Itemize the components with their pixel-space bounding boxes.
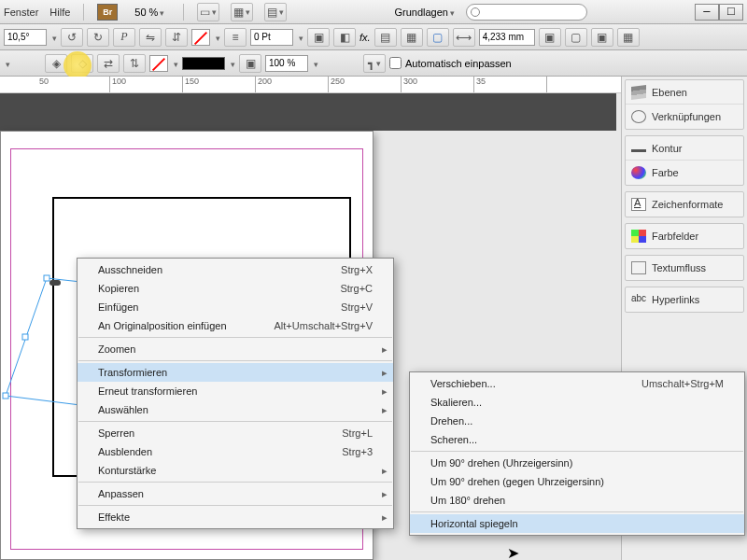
cm-zoom[interactable]: Zoomen xyxy=(78,340,393,358)
ruler-mark: 50 xyxy=(37,77,110,92)
bridge-button[interactable]: Br xyxy=(97,4,118,21)
ruler-mark: 200 xyxy=(256,77,329,92)
fit-content-icon[interactable]: ▣ xyxy=(539,28,561,47)
ruler-mark: 150 xyxy=(183,77,256,92)
sm-scale[interactable]: Skalieren... xyxy=(410,393,744,412)
rotate-ccw-icon[interactable]: ↺ xyxy=(61,28,83,47)
cm-lock[interactable]: SperrenStrg+L xyxy=(78,424,393,442)
ruler-mark: 100 xyxy=(110,77,183,92)
panel-farbe[interactable]: Farbe xyxy=(626,161,743,185)
cm-copy[interactable]: KopierenStrg+C xyxy=(78,279,393,298)
links-icon xyxy=(631,110,646,123)
measure-input[interactable] xyxy=(479,29,535,46)
sm-move[interactable]: Verschieben...Umschalt+Strg+M xyxy=(410,374,744,393)
opacity-dropdown[interactable] xyxy=(312,58,318,69)
link-v-icon[interactable]: ⇅ xyxy=(123,54,146,73)
paragraph-icon[interactable]: P xyxy=(113,28,135,47)
fit-frame-icon[interactable]: ▢ xyxy=(565,28,587,47)
flip-v-icon[interactable]: ⇵ xyxy=(165,28,188,47)
sm-rotate[interactable]: Drehen... xyxy=(410,412,744,430)
separator xyxy=(78,505,392,506)
tutorial-highlight xyxy=(63,51,92,79)
rotate-cw-icon[interactable]: ↻ xyxy=(87,28,109,47)
workspace-switcher[interactable]: Grundlagen xyxy=(394,7,455,18)
cm-paste-in-place[interactable]: An Originalposition einfügenAlt+Umschalt… xyxy=(78,316,393,335)
stroke-weight-input[interactable] xyxy=(250,29,293,46)
panel-kontur[interactable]: Kontur xyxy=(626,136,743,161)
cm-hide[interactable]: AusblendenStrg+3 xyxy=(78,442,393,461)
autofit-label: Automatisch einpassen xyxy=(405,58,512,69)
no-fill-swatch[interactable] xyxy=(191,29,210,46)
layers-icon xyxy=(631,84,646,99)
stroke-weight-dropdown[interactable] xyxy=(297,32,303,43)
menu-fenster[interactable]: Fenster xyxy=(4,7,38,18)
cm-transform[interactable]: Transformieren xyxy=(78,363,393,382)
fill-frame-icon[interactable]: ▦ xyxy=(617,28,640,47)
gradient-icon[interactable]: ◧ xyxy=(333,28,356,47)
sm-shear[interactable]: Scheren... xyxy=(410,430,744,449)
style-dropdown[interactable] xyxy=(4,58,41,69)
stroke-none-swatch[interactable] xyxy=(149,55,168,72)
opacity-icon: ▣ xyxy=(239,54,261,73)
divider xyxy=(83,4,84,21)
search-field[interactable] xyxy=(466,4,587,21)
panel-hyperlinks[interactable]: abcHyperlinks xyxy=(626,287,743,312)
separator xyxy=(411,451,743,452)
divider xyxy=(183,4,184,21)
panel-ebenen[interactable]: Ebenen xyxy=(626,80,743,105)
opacity-input[interactable] xyxy=(265,55,308,72)
stroke-dropdown[interactable] xyxy=(172,58,178,69)
panel-textumfluss[interactable]: Textumfluss xyxy=(626,256,743,280)
rotation-dropdown[interactable] xyxy=(50,32,57,43)
corner-options-icon[interactable]: ┓ xyxy=(363,54,386,73)
cm-effects[interactable]: Effekte xyxy=(78,508,393,526)
flip-h-icon[interactable]: ⇋ xyxy=(139,28,162,47)
center-content-icon[interactable]: ▣ xyxy=(591,28,613,47)
autofit-checkbox[interactable] xyxy=(389,57,402,69)
panel-verknuepfungen[interactable]: Verknüpfungen xyxy=(626,105,743,129)
separator xyxy=(78,421,392,422)
link-h-icon[interactable]: ⇄ xyxy=(97,54,120,73)
swatches-icon xyxy=(631,230,646,243)
control-panel-row2: ◈ ◇ ⇄ ⇅ ▣ ┓ Automatisch einpassen xyxy=(0,50,747,77)
separator xyxy=(411,511,743,512)
sm-rotate90ccw[interactable]: Um 90° drehen (gegen Uhrzeigersinn) xyxy=(410,472,744,491)
transform-submenu: Verschieben...Umschalt+Strg+M Skalieren.… xyxy=(409,371,745,536)
sm-rotate90cw[interactable]: Um 90° drehen (Uhrzeigersinn) xyxy=(410,454,744,472)
horizontal-ruler[interactable]: 50 100 150 200 250 300 35 xyxy=(0,77,621,93)
text-frame-icon[interactable]: ▦ xyxy=(401,28,423,47)
panel-zeichenformate[interactable]: Zeichenformate xyxy=(626,192,743,217)
text-wrap-icon[interactable]: ▤ xyxy=(374,28,397,47)
rotation-input[interactable] xyxy=(4,29,47,46)
fill-dropdown[interactable] xyxy=(214,32,220,43)
shadow-icon[interactable]: ▣ xyxy=(307,28,330,47)
sm-flip-horizontal[interactable]: Horizontal spiegeln xyxy=(410,514,744,533)
frame-fitting-icon[interactable]: ▢ xyxy=(427,28,449,47)
cm-fit[interactable]: Anpassen xyxy=(78,484,393,503)
stroke-style-dropdown[interactable] xyxy=(229,58,235,69)
context-menu: AusschneidenStrg+X KopierenStrg+C Einfüg… xyxy=(77,258,394,529)
view-options-button[interactable]: ▤ xyxy=(264,3,287,21)
color-icon xyxy=(631,166,646,179)
maximize-button[interactable]: □ xyxy=(719,4,743,21)
cm-stroke-weight[interactable]: Konturstärke xyxy=(78,461,393,480)
cm-transform-again[interactable]: Erneut transformieren xyxy=(78,382,393,400)
charformat-icon xyxy=(631,198,646,211)
sm-rotate180[interactable]: Um 180° drehen xyxy=(410,491,744,510)
effects-fx-icon[interactable]: fx. xyxy=(359,32,371,43)
panel-farbfelder[interactable]: Farbfelder xyxy=(626,224,743,248)
minimize-button[interactable]: – xyxy=(695,4,719,21)
screen-mode-button[interactable]: ▭ xyxy=(197,3,219,21)
stroke-style-preview[interactable] xyxy=(182,57,225,70)
window-controls: – □ xyxy=(695,4,743,21)
menu-hilfe[interactable]: Hilfe xyxy=(49,7,70,18)
cm-paste[interactable]: EinfügenStrg+V xyxy=(78,298,393,316)
cm-select[interactable]: Auswählen xyxy=(78,400,393,419)
stroke-icon xyxy=(631,149,646,152)
zoom-level[interactable]: 50 % xyxy=(129,7,170,18)
hyperlink-icon: abc xyxy=(631,293,646,306)
separator xyxy=(78,360,392,361)
arrange-documents-button[interactable]: ▦ xyxy=(231,3,253,21)
ruler-mark: 250 xyxy=(329,77,402,92)
cm-cut[interactable]: AusschneidenStrg+X xyxy=(78,260,393,279)
